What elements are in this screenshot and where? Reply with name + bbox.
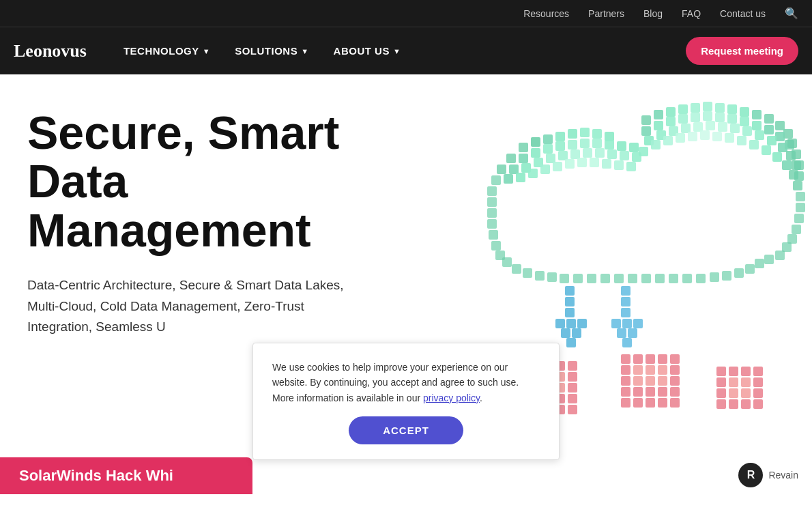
svg-rect-29 <box>592 139 602 148</box>
svg-rect-63 <box>681 124 691 133</box>
svg-rect-110 <box>796 192 805 201</box>
svg-rect-87 <box>639 147 648 156</box>
svg-rect-90 <box>676 133 685 143</box>
svg-rect-211 <box>729 377 738 387</box>
svg-rect-99 <box>782 160 792 170</box>
svg-rect-133 <box>722 271 731 281</box>
svg-rect-152 <box>633 319 643 328</box>
svg-rect-140 <box>565 308 575 317</box>
svg-rect-165 <box>568 372 577 382</box>
svg-rect-181 <box>621 354 630 364</box>
svg-rect-183 <box>646 354 655 364</box>
svg-rect-128 <box>655 274 665 283</box>
svg-rect-122 <box>573 274 583 283</box>
svg-rect-210 <box>716 377 726 387</box>
svg-rect-20 <box>783 129 793 139</box>
svg-rect-143 <box>577 319 587 328</box>
search-icon[interactable]: 🔍 <box>785 7 798 20</box>
nav-solutions[interactable]: SOLUTIONS ▼ <box>225 40 318 62</box>
svg-rect-206 <box>716 367 726 376</box>
svg-rect-55 <box>583 148 592 158</box>
revain-badge[interactable]: R Revain <box>738 463 798 487</box>
svg-rect-151 <box>622 319 632 328</box>
blog-link[interactable]: Blog <box>643 8 663 19</box>
svg-rect-102 <box>487 186 497 196</box>
top-bar: Resources Partners Blog FAQ Contact us 🔍 <box>0 0 812 27</box>
svg-rect-113 <box>792 225 801 234</box>
svg-rect-196 <box>621 387 630 397</box>
svg-rect-36 <box>678 114 688 124</box>
request-meeting-button[interactable]: Request meeting <box>686 37 798 65</box>
svg-rect-13 <box>703 102 712 111</box>
svg-rect-37 <box>691 113 700 122</box>
svg-rect-215 <box>729 388 738 398</box>
svg-rect-53 <box>558 151 568 160</box>
svg-rect-105 <box>487 219 497 229</box>
svg-rect-4 <box>568 129 577 139</box>
svg-rect-68 <box>742 126 752 136</box>
svg-rect-121 <box>560 274 569 283</box>
svg-rect-71 <box>778 143 787 152</box>
svg-rect-118 <box>523 268 532 278</box>
cookie-message: We use cookies to help improve your expe… <box>272 360 540 405</box>
svg-rect-195 <box>670 376 680 386</box>
svg-rect-155 <box>622 338 632 347</box>
privacy-policy-link[interactable]: privacy policy <box>423 392 480 403</box>
svg-rect-185 <box>670 354 680 364</box>
svg-rect-205 <box>670 398 680 408</box>
svg-rect-12 <box>691 103 700 113</box>
svg-rect-192 <box>633 376 643 386</box>
svg-rect-100 <box>789 170 798 180</box>
nav-about-us[interactable]: ABOUT US ▼ <box>324 40 411 62</box>
svg-rect-119 <box>535 271 545 281</box>
svg-rect-217 <box>753 388 763 398</box>
svg-rect-138 <box>565 286 575 296</box>
svg-rect-65 <box>706 121 715 130</box>
solarwinds-banner[interactable]: SolarWinds Hack Whi <box>0 457 252 494</box>
svg-rect-10 <box>666 107 676 117</box>
logo[interactable]: Leonovus <box>14 41 87 61</box>
svg-rect-9 <box>654 110 663 119</box>
hero-text-block: Secure, Smart Data Management Data-Centr… <box>27 109 389 365</box>
svg-rect-132 <box>710 272 719 282</box>
svg-rect-66 <box>718 122 727 132</box>
svg-rect-111 <box>796 203 805 212</box>
svg-rect-83 <box>590 158 599 167</box>
chevron-down-icon: ▼ <box>393 47 401 55</box>
svg-rect-220 <box>741 399 751 409</box>
svg-rect-147 <box>621 286 630 296</box>
hero-title: Secure, Smart Data Management <box>27 109 389 255</box>
svg-rect-129 <box>669 274 678 283</box>
svg-rect-73 <box>792 160 801 170</box>
main-nav: Leonovus TECHNOLOGY ▼ SOLUTIONS ▼ ABOUT … <box>0 27 812 74</box>
svg-rect-117 <box>512 264 521 274</box>
svg-rect-137 <box>764 255 774 264</box>
svg-rect-44 <box>775 132 785 141</box>
svg-rect-123 <box>587 274 596 283</box>
svg-rect-3 <box>555 132 565 141</box>
svg-rect-31 <box>617 141 626 151</box>
svg-rect-30 <box>605 140 614 149</box>
svg-rect-203 <box>646 398 655 408</box>
svg-rect-114 <box>787 234 797 244</box>
svg-rect-201 <box>621 398 630 408</box>
svg-rect-6 <box>592 129 602 139</box>
faq-link[interactable]: FAQ <box>682 8 701 19</box>
svg-rect-146 <box>566 338 576 347</box>
nav-technology[interactable]: TECHNOLOGY ▼ <box>114 40 220 62</box>
svg-rect-170 <box>568 383 577 392</box>
svg-rect-84 <box>602 159 611 169</box>
svg-rect-107 <box>491 241 501 251</box>
partners-link[interactable]: Partners <box>588 8 624 19</box>
cookie-accept-button[interactable]: ACCEPT <box>349 416 463 444</box>
resources-link[interactable]: Resources <box>523 8 569 19</box>
svg-rect-41 <box>740 117 749 126</box>
hero-subtitle: Data-Centric Architecture, Secure & Smar… <box>27 275 355 337</box>
svg-rect-218 <box>716 399 726 409</box>
svg-rect-150 <box>611 319 621 328</box>
contact-us-link[interactable]: Contact us <box>720 8 766 19</box>
svg-rect-141 <box>555 319 565 328</box>
svg-rect-69 <box>755 130 764 140</box>
svg-rect-188 <box>646 365 655 375</box>
svg-rect-98 <box>772 152 782 162</box>
